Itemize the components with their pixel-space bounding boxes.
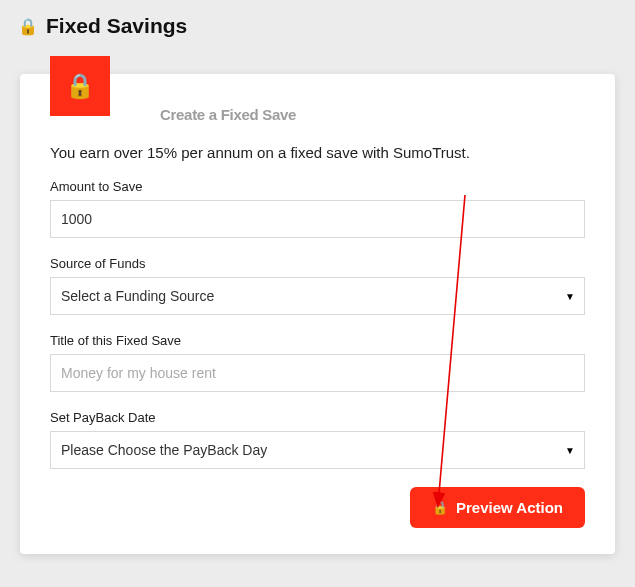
action-row: 🔒 Preview Action (50, 487, 585, 528)
source-select[interactable]: Select a Funding Source (50, 277, 585, 315)
amount-label: Amount to Save (50, 179, 585, 194)
title-input[interactable] (50, 354, 585, 392)
lock-icon: 🔒 (65, 72, 95, 100)
page-title: Fixed Savings (46, 14, 187, 38)
field-source: Source of Funds Select a Funding Source … (50, 256, 585, 315)
source-label: Source of Funds (50, 256, 585, 271)
payback-select[interactable]: Please Choose the PayBack Day (50, 431, 585, 469)
title-label: Title of this Fixed Save (50, 333, 585, 348)
field-payback: Set PayBack Date Please Choose the PayBa… (50, 410, 585, 469)
intro-text: You earn over 15% per annum on a fixed s… (50, 144, 585, 161)
field-amount: Amount to Save (50, 179, 585, 238)
fixed-save-card: 🔒 Create a Fixed Save You earn over 15% … (20, 74, 615, 554)
preview-action-button[interactable]: 🔒 Preview Action (410, 487, 585, 528)
card-title: Create a Fixed Save (160, 106, 296, 123)
payback-label: Set PayBack Date (50, 410, 585, 425)
preview-button-label: Preview Action (456, 499, 563, 516)
lock-icon: 🔒 (432, 500, 448, 515)
field-title: Title of this Fixed Save (50, 333, 585, 392)
card-badge: 🔒 (50, 56, 110, 116)
amount-input[interactable] (50, 200, 585, 238)
lock-icon: 🔒 (18, 17, 38, 36)
page-header: 🔒 Fixed Savings (0, 0, 635, 38)
